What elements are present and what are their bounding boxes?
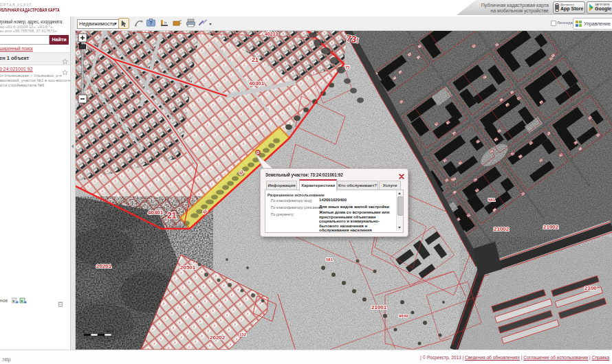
svg-text:2100: 2100	[584, 285, 597, 291]
svg-text:21: 21	[252, 56, 259, 63]
svg-text:9649: 9649	[399, 314, 408, 318]
svg-text:20202: 20202	[210, 334, 226, 341]
svg-text:73:: 73:	[346, 33, 360, 45]
svg-text:21002: 21002	[543, 224, 559, 230]
svg-text:20201: 20201	[96, 263, 112, 269]
svg-text:581: 581	[488, 198, 496, 202]
svg-text:21002: 21002	[494, 226, 510, 232]
svg-text:40301: 40301	[148, 209, 164, 216]
svg-text:0: 0	[83, 329, 85, 333]
svg-text:60 м: 60 м	[107, 329, 114, 333]
svg-text:75: 75	[345, 65, 350, 69]
svg-text:40213: 40213	[265, 32, 278, 36]
svg-text:152: 152	[239, 332, 247, 337]
svg-text:40301: 40301	[249, 80, 265, 87]
svg-text:21: 21	[167, 211, 177, 220]
svg-text:?: ?	[149, 21, 152, 25]
svg-text:h: h	[164, 21, 166, 25]
svg-text:20501: 20501	[180, 264, 196, 271]
svg-text:21001: 21001	[371, 304, 387, 310]
svg-text:581: 581	[326, 258, 334, 262]
